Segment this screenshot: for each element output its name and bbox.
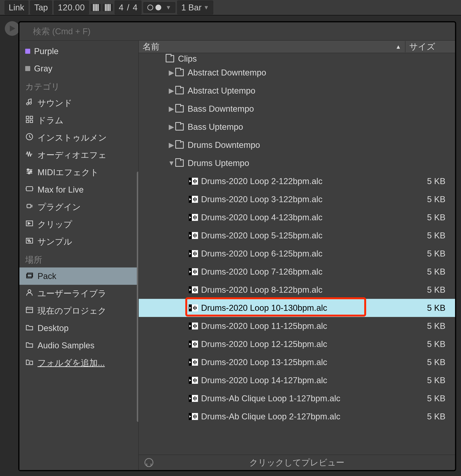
list-header: 名前 ▲ サイズ <box>139 41 455 53</box>
folder-row[interactable]: ▶Drums Downtempo <box>139 136 455 154</box>
play-button[interactable] <box>5 21 19 36</box>
file-row[interactable]: Drums-2020 Loop 8-122bpm.alc5 KB <box>139 281 455 299</box>
color-filter-purple[interactable]: Purple <box>19 42 138 60</box>
place--[interactable]: ユーザーライブラ <box>19 285 138 302</box>
folder-row[interactable]: ▶Bass Downtempo <box>139 100 455 118</box>
addfolder-icon <box>25 357 34 368</box>
tempo-field[interactable]: 120.00 <box>54 0 89 14</box>
clip-file-icon <box>189 214 198 221</box>
folder-icon <box>175 87 184 94</box>
file-row[interactable]: Drums-Ab Clique Loop 1-127bpm.alc5 KB <box>139 389 455 408</box>
tap-button[interactable]: Tap <box>30 0 52 14</box>
file-row[interactable]: Drums-2020 Loop 6-125bpm.alc5 KB <box>139 245 455 263</box>
chevron-right-icon[interactable]: ▶ <box>168 123 175 131</box>
folder-row[interactable]: ▼Drums Uptempo <box>139 154 455 172</box>
folder-icon <box>166 55 174 62</box>
chevron-right-icon[interactable]: ▶ <box>168 87 175 95</box>
metronome-button[interactable]: ▼ <box>143 2 175 13</box>
chevron-right-icon[interactable]: ▶ <box>168 68 175 77</box>
folder-icon <box>175 105 184 112</box>
category-max[interactable]: Max for Live <box>19 181 138 198</box>
category-clock[interactable]: インストゥルメン <box>19 129 138 146</box>
plug-icon <box>25 202 34 212</box>
file-size: 5 KB <box>405 176 455 186</box>
user-icon <box>25 288 34 299</box>
file-list-panel: 名前 ▲ サイズ Clips▶Abstract Downtempo▶Abstra… <box>139 41 455 470</box>
svg-rect-12 <box>27 204 31 208</box>
filter-label: Purple <box>34 46 58 56</box>
note-icon <box>25 98 34 108</box>
sig-denominator[interactable]: 4 <box>133 3 137 12</box>
sliders-icon <box>25 167 34 178</box>
file-row[interactable]: Drums-2020 Loop 2-122bpm.alc5 KB <box>139 172 455 190</box>
file-name: Drums-Ab Clique Loop 2-127bpm.alc <box>198 412 405 421</box>
category-sample[interactable]: サンプル <box>19 233 138 250</box>
category-plug[interactable]: プラグイン <box>19 198 138 216</box>
headphones-icon[interactable] <box>145 458 153 467</box>
column-size[interactable]: サイズ <box>405 41 455 52</box>
file-row[interactable]: Drums-2020 Loop 12-125bpm.alc5 KB <box>139 335 455 353</box>
file-name: Drums-2020 Loop 7-126bpm.alc <box>198 267 405 277</box>
svg-rect-10 <box>28 172 30 174</box>
place--[interactable]: 現在のプロジェク <box>19 302 138 319</box>
place-desktop[interactable]: Desktop <box>19 319 138 337</box>
circle-icon <box>147 5 153 10</box>
place-label: フォルダを追加... <box>38 357 105 369</box>
file-row[interactable]: Drums-2020 Loop 11-125bpm.alc5 KB <box>139 317 455 335</box>
preview-label: クリックしてプレビュー <box>249 457 344 468</box>
place-label: 現在のプロジェク <box>38 305 107 316</box>
color-filter-gray[interactable]: Gray <box>19 60 138 77</box>
clip-icon <box>25 219 34 230</box>
place-pack[interactable]: Pack <box>19 267 138 285</box>
column-name[interactable]: 名前 ▲ <box>139 41 405 52</box>
pads-icon <box>25 115 34 126</box>
file-row[interactable]: Drums-2020 Loop 4-123bpm.alc5 KB <box>139 208 455 226</box>
search-input[interactable] <box>33 26 455 36</box>
search-row <box>19 22 455 41</box>
sidebar-scrollbar[interactable] <box>137 171 139 422</box>
file-row[interactable]: Drums-2020 Loop 13-125bpm.alc5 KB <box>139 353 455 371</box>
svg-rect-8 <box>27 169 29 170</box>
chevron-right-icon[interactable]: ▶ <box>168 105 175 113</box>
folder-row-cut[interactable]: Clips <box>139 54 455 64</box>
svg-rect-5 <box>26 120 29 123</box>
chevron-right-icon[interactable]: ▶ <box>168 141 175 149</box>
folder-row[interactable]: ▶Bass Uptempo <box>139 118 455 136</box>
play-icon <box>8 25 16 32</box>
file-row[interactable]: Drums-2020 Loop 10-130bpm.alc5 KB <box>139 299 455 317</box>
file-name: Drums-2020 Loop 8-122bpm.alc <box>198 285 405 295</box>
svg-rect-11 <box>26 187 33 191</box>
chevron-down-icon[interactable]: ▼ <box>168 159 175 167</box>
sig-numerator[interactable]: 4 <box>119 3 123 12</box>
browser-panel: PurpleGray カテゴリ サウンドドラムインストゥルメンオーディオエフェM… <box>18 21 456 471</box>
category-wave[interactable]: オーディオエフェ <box>19 146 138 164</box>
file-size: 5 KB <box>405 231 455 240</box>
place-audio-samples[interactable]: Audio Samples <box>19 337 138 354</box>
file-row[interactable]: Drums-2020 Loop 14-127bpm.alc5 KB <box>139 371 455 389</box>
folder-row[interactable]: ▶Abstract Uptempo <box>139 82 455 100</box>
chevron-down-icon[interactable]: ▼ <box>165 4 171 11</box>
svg-point-18 <box>28 289 31 292</box>
category-clip[interactable]: クリップ <box>19 216 138 233</box>
category-pads[interactable]: ドラム <box>19 112 138 129</box>
color-swatch-icon <box>25 49 30 54</box>
file-row[interactable]: Drums-2020 Loop 3-122bpm.alc5 KB <box>139 190 455 208</box>
file-name: Drums-2020 Loop 12-125bpm.alc <box>198 339 405 349</box>
svg-point-2 <box>29 102 31 104</box>
category-note[interactable]: サウンド <box>19 94 138 112</box>
link-button[interactable]: Link <box>5 0 28 14</box>
nudge-up-button[interactable] <box>103 4 113 11</box>
quantize-menu[interactable]: 1 Bar ▼ <box>177 0 213 14</box>
nudge-down-button[interactable] <box>91 4 101 11</box>
chevron-down-icon: ▼ <box>203 4 209 11</box>
file-name: Drums-2020 Loop 5-125bpm.alc <box>198 231 405 240</box>
category-sliders[interactable]: MIDIエフェクト <box>19 164 138 181</box>
folder-row[interactable]: ▶Abstract Downtempo <box>139 64 455 82</box>
preview-bar[interactable]: クリックしてプレビュー <box>139 455 455 470</box>
file-row[interactable]: Drums-Ab Clique Loop 2-127bpm.alc5 KB <box>139 408 455 425</box>
place--[interactable]: フォルダを追加... <box>19 354 138 371</box>
file-row[interactable]: Drums-2020 Loop 5-125bpm.alc5 KB <box>139 226 455 245</box>
file-row[interactable]: Drums-2020 Loop 7-126bpm.alc5 KB <box>139 263 455 281</box>
time-signature[interactable]: 4 / 4 <box>115 0 141 14</box>
file-size: 5 KB <box>405 249 455 258</box>
